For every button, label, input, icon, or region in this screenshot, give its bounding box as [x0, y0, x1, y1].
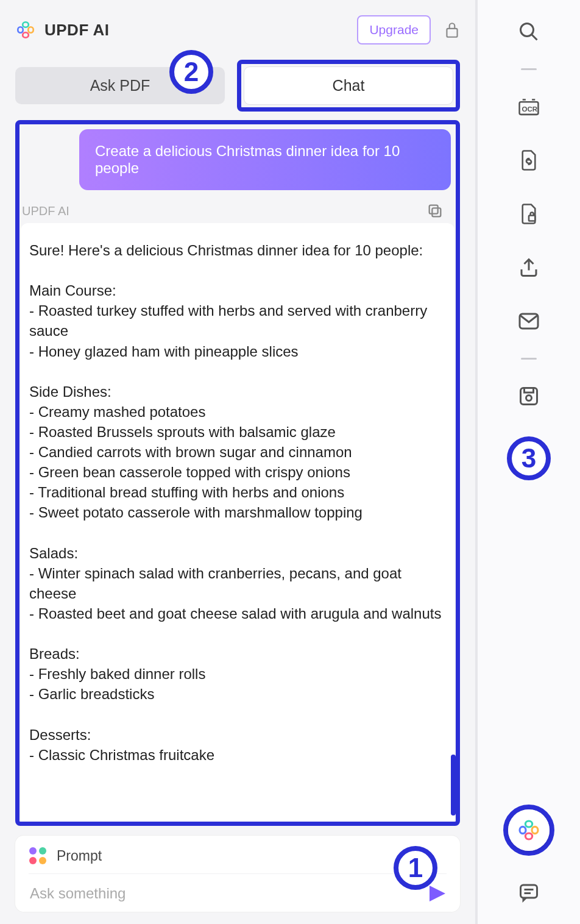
header: UPDF AI Upgrade: [15, 12, 460, 60]
ocr-icon[interactable]: OCR: [512, 90, 546, 124]
tabs: Ask PDF Chat: [15, 60, 460, 112]
upgrade-button[interactable]: Upgrade: [357, 15, 431, 44]
prompt-label: Prompt: [57, 848, 102, 864]
annotation-badge-2: 2: [169, 50, 213, 94]
prompt-grid-icon: [29, 847, 47, 865]
input-section: Prompt Ask something: [15, 836, 460, 912]
svg-rect-2: [430, 205, 438, 214]
svg-point-3: [521, 24, 534, 37]
lock-icon[interactable]: [444, 21, 460, 39]
annotation-badge-sidebar-logo: [503, 805, 554, 856]
sidebar-divider: [521, 358, 537, 360]
tab-chat-highlight: Chat: [237, 60, 460, 112]
svg-rect-6: [529, 216, 535, 221]
svg-point-9: [526, 396, 532, 401]
ai-logo-button[interactable]: [508, 809, 550, 851]
copy-icon[interactable]: [426, 202, 444, 219]
reply-source-label: UPDF AI: [22, 204, 69, 218]
app-title: UPDF AI: [44, 21, 110, 40]
save-icon[interactable]: [512, 379, 546, 413]
header-left: UPDF AI: [15, 20, 110, 40]
right-sidebar: OCR 3: [475, 0, 580, 924]
reply-header: UPDF AI: [19, 201, 456, 223]
comment-icon[interactable]: [512, 875, 546, 909]
user-message: Create a delicious Christmas dinner idea…: [79, 129, 451, 190]
svg-rect-10: [521, 885, 537, 898]
prompt-row[interactable]: Prompt: [29, 844, 447, 874]
chat-area: Create a delicious Christmas dinner idea…: [15, 120, 460, 826]
sidebar-divider: [521, 68, 537, 70]
mail-icon[interactable]: [512, 304, 546, 338]
annotation-badge-3: 3: [507, 436, 551, 480]
protect-page-icon[interactable]: [512, 197, 546, 231]
header-right: Upgrade: [357, 15, 460, 44]
ask-row: Ask something: [29, 878, 447, 904]
tab-chat[interactable]: Chat: [244, 66, 453, 105]
annotation-badge-1: 1: [394, 846, 437, 890]
ask-input[interactable]: Ask something: [30, 885, 430, 902]
refresh-page-icon[interactable]: [512, 143, 546, 177]
chat-panel: 2 1 UPDF AI Upgrade Ask PDF Chat Create …: [0, 0, 475, 924]
share-icon[interactable]: [512, 251, 546, 285]
assistant-reply[interactable]: Sure! Here's a delicious Christmas dinne…: [21, 223, 454, 822]
send-icon[interactable]: [430, 886, 445, 901]
search-icon[interactable]: [512, 15, 546, 49]
svg-rect-1: [432, 208, 440, 216]
app-logo-icon: [15, 20, 36, 40]
svg-rect-0: [447, 29, 457, 37]
svg-text:OCR: OCR: [522, 105, 537, 113]
scrollbar-thumb[interactable]: [451, 755, 456, 816]
